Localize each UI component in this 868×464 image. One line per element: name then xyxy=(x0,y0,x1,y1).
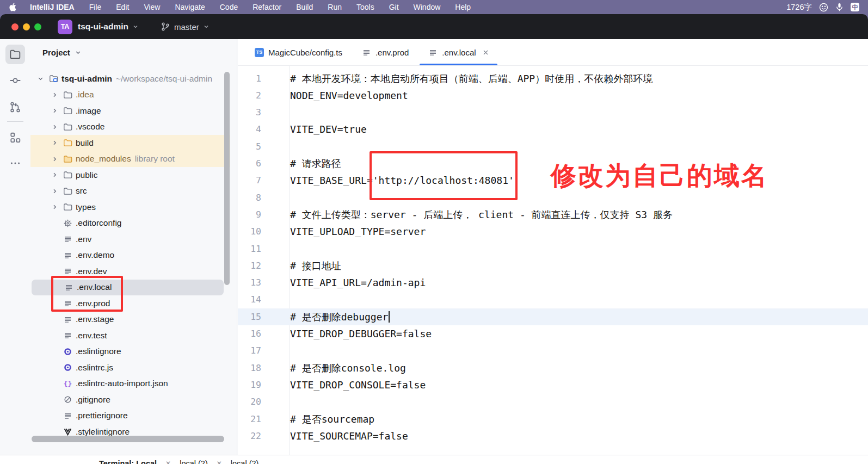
tree-item-types[interactable]: types xyxy=(30,199,237,215)
code-text: VITE_UPLOAD_TYPE=server xyxy=(290,223,426,240)
tree-item-label: .editorconfig xyxy=(76,218,121,228)
tree-item-.eslintignore[interactable]: .eslintignore xyxy=(30,344,237,360)
chevron-down-icon[interactable] xyxy=(36,75,45,82)
code-line-16[interactable]: 16VITE_DROP_DEBUGGER=false xyxy=(238,325,868,342)
project-panel-header[interactable]: Project xyxy=(42,48,82,57)
apple-logo-icon[interactable] xyxy=(9,2,17,12)
close-tab-icon[interactable] xyxy=(483,50,489,55)
zoom-window-button[interactable] xyxy=(34,23,41,30)
menu-item-file[interactable]: File xyxy=(89,3,102,11)
code-line-14[interactable]: 14 xyxy=(238,291,868,308)
tool-structure-button[interactable] xyxy=(5,128,25,147)
text-file-icon xyxy=(63,251,72,260)
menu-item-run[interactable]: Run xyxy=(328,3,342,11)
code-line-15[interactable]: 15# 是否删除debugger xyxy=(238,308,868,325)
chevron-right-icon[interactable] xyxy=(50,171,59,178)
tree-item-.env.stage[interactable]: .env.stage xyxy=(30,312,237,328)
folder-icon xyxy=(63,202,72,212)
chevron-right-icon[interactable] xyxy=(50,156,59,163)
tree-item-.eslintrc-auto-import.json[interactable]: {}.eslintrc-auto-import.json xyxy=(30,376,237,392)
tree-item-.idea[interactable]: .idea xyxy=(30,87,237,103)
code-line-5[interactable]: 5 xyxy=(238,138,868,155)
tree-item-.env.test[interactable]: .env.test xyxy=(30,327,237,344)
avatar[interactable]: TA xyxy=(58,20,72,34)
editor-tab-.env.local[interactable]: .env.local xyxy=(418,39,498,65)
chevron-right-icon[interactable] xyxy=(50,91,59,98)
tree-item-.vscode[interactable]: .vscode xyxy=(30,119,237,135)
code-line-4[interactable]: 4VITE_DEV=true xyxy=(238,121,868,138)
code-line-11[interactable]: 11 xyxy=(238,240,868,257)
code-line-1[interactable]: 1# 本地开发环境：本地启动所有项目（前端、后端、APP）时使用，不依赖外部环境 xyxy=(238,70,868,87)
code-line-18[interactable]: 18# 是否删除console.log xyxy=(238,360,868,376)
project-panel: Project tsq-ui-admin~/workspace/tsq-ui-a… xyxy=(30,39,237,455)
code-line-20[interactable]: 20 xyxy=(238,393,868,410)
tree-vertical-scrollbar[interactable] xyxy=(224,72,230,285)
menu-item-refactor[interactable]: Refactor xyxy=(253,3,281,11)
close-window-button[interactable] xyxy=(11,23,19,30)
code-line-9[interactable]: 9# 文件上传类型：server - 后端上传， client - 前端直连上传… xyxy=(238,206,868,223)
git-branch-widget[interactable]: master xyxy=(161,22,210,32)
tool-project-button[interactable] xyxy=(5,45,25,64)
tree-horizontal-scrollbar[interactable] xyxy=(32,436,224,442)
menu-item-navigate[interactable]: Navigate xyxy=(175,3,205,11)
microphone-icon[interactable] xyxy=(835,3,844,12)
tree-item-.env[interactable]: .env xyxy=(30,231,237,248)
code-line-13[interactable]: 13VITE_API_URL=/admin-api xyxy=(238,274,868,291)
chevron-right-icon[interactable] xyxy=(50,123,59,131)
code-line-2[interactable]: 2NODE_ENV=development xyxy=(238,87,868,104)
tree-item-build[interactable]: build xyxy=(30,135,230,151)
terminal-tab[interactable]: local (2) xyxy=(231,459,259,464)
code-line-17[interactable]: 17 xyxy=(238,342,868,359)
menu-item-view[interactable]: View xyxy=(144,3,160,11)
code-line-12[interactable]: 12# 接口地址 xyxy=(238,257,868,274)
code-line-22[interactable]: 22VITE_SOURCEMAP=false xyxy=(238,428,868,444)
code-area[interactable]: 1# 本地开发环境：本地启动所有项目（前端、后端、APP）时使用，不依赖外部环境… xyxy=(238,66,868,455)
project-name[interactable]: tsq-ui-admin xyxy=(78,22,128,32)
tree-item-node_modules[interactable]: node_moduleslibrary root xyxy=(30,151,230,168)
terminal-bar-clipped[interactable]: Terminal: Local✕local (2)✕local (2) xyxy=(0,455,868,464)
menu-item-code[interactable]: Code xyxy=(220,3,238,11)
chevron-down-icon[interactable] xyxy=(132,23,139,30)
tool-more-button[interactable] xyxy=(5,153,25,173)
tree-item-tsq-ui-admin[interactable]: tsq-ui-admin~/workspace/tsq-ui-admin xyxy=(30,71,237,87)
chevron-right-icon[interactable] xyxy=(50,203,59,211)
tool-pull-requests-button[interactable] xyxy=(5,97,25,117)
tree-item-.prettierignore[interactable]: .prettierignore xyxy=(30,408,237,424)
tree-item-.eslintrc.js[interactable]: .eslintrc.js xyxy=(30,360,237,376)
editor-tab-.env.prod[interactable]: .env.prod xyxy=(352,39,418,65)
menu-item-git[interactable]: Git xyxy=(389,3,399,11)
code-line-19[interactable]: 19VITE_DROP_CONSOLE=false xyxy=(238,376,868,393)
minimize-window-button[interactable] xyxy=(23,23,30,30)
code-line-3[interactable]: 3 xyxy=(238,104,868,121)
menu-item-edit[interactable]: Edit xyxy=(116,3,129,11)
line-number: 20 xyxy=(238,393,261,410)
emoji-icon[interactable] xyxy=(819,3,828,12)
editor-tab-MagicCube/config.ts[interactable]: TSMagicCube/config.ts xyxy=(245,39,352,65)
word-count: 1726字 xyxy=(786,2,812,13)
menu-item-window[interactable]: Window xyxy=(414,3,441,11)
chevron-right-icon[interactable] xyxy=(50,139,59,146)
menu-item-intellij-idea[interactable]: IntelliJ IDEA xyxy=(30,3,75,11)
chevron-right-icon[interactable] xyxy=(50,107,59,114)
tree-item-.editorconfig[interactable]: .editorconfig xyxy=(30,215,237,232)
folder-icon xyxy=(63,90,72,100)
close-icon[interactable]: ✕ xyxy=(165,460,171,464)
tree-item-.env.demo[interactable]: .env.demo xyxy=(30,248,237,264)
terminal-tab[interactable]: local (2) xyxy=(180,459,208,464)
tree-item-src[interactable]: src xyxy=(30,183,237,200)
terminal-label[interactable]: Terminal: Local xyxy=(99,459,157,464)
tool-commit-button[interactable] xyxy=(5,71,25,90)
close-icon[interactable]: ✕ xyxy=(217,460,222,464)
tree-item-public[interactable]: public xyxy=(30,167,237,183)
line-number: 21 xyxy=(238,411,261,428)
chevron-right-icon[interactable] xyxy=(50,188,59,195)
code-line-10[interactable]: 10VITE_UPLOAD_TYPE=server xyxy=(238,223,868,240)
code-line-21[interactable]: 21# 是否sourcemap xyxy=(238,411,868,428)
input-source-icon[interactable]: 中 xyxy=(851,3,859,11)
annotation-box-env-files xyxy=(51,276,123,312)
menu-item-help[interactable]: Help xyxy=(455,3,471,11)
tree-item-.gitignore[interactable]: .gitignore xyxy=(30,392,237,408)
tree-item-.image[interactable]: .image xyxy=(30,103,237,119)
menu-item-build[interactable]: Build xyxy=(296,3,313,11)
menu-item-tools[interactable]: Tools xyxy=(356,3,374,11)
